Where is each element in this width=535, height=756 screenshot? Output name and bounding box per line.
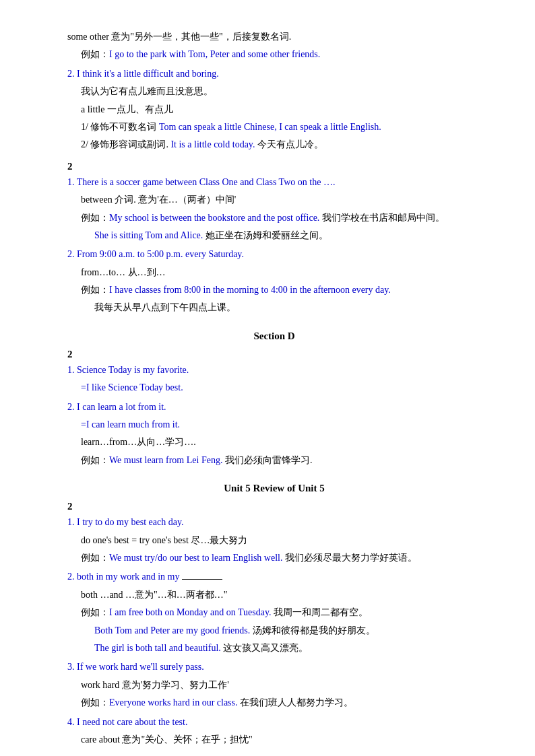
unit5-item2-example3: The girl is both tall and beautiful. 这女孩… [94,641,481,656]
unit5-item3-example: 例如：Everyone works hard in our class. 在我们… [81,695,481,710]
block1-line1: some other 意为"另外一些，其他一些"，后接复数名词. [67,30,481,44]
sectiond-item1-line1: =I like Science Today best. [81,380,481,395]
sectiond-item1-heading: 1. Science Today is my favorite. [67,363,481,378]
unit5-item1-heading: 1. I try to do my best each day. [67,515,481,530]
unit5-item3-heading: 3. If we work hard we'll surely pass. [67,660,481,675]
sectiond-item2-line1: =I can learn much from it. [81,417,481,432]
sectiond-heading: 2 [67,349,481,360]
unit5-item2-line1: both …and …意为"…和…两者都…" [81,588,481,603]
block1-example: 例如：I go to the park with Tom, Peter and … [81,47,481,62]
unit5-item2-example1: 例如：I am free both on Monday and on Tuesd… [81,605,481,620]
sectiond-item2-line2: learn…from…从向…学习…. [81,435,481,450]
sectiond-item2-heading: 2. I can learn a lot from it. [67,400,481,415]
section2-item1-example1: 例如：My school is between the bookstore an… [81,211,481,226]
section2-item1-line1: between 介词. 意为'在…（两者）中间' [81,193,481,207]
item2-line2: a little 一点儿、有点儿 [81,102,481,117]
unit5-item1-example: 例如：We must try/do our best to learn Engl… [81,551,481,565]
unit5-item3-line1: work hard 意为'努力学习、努力工作' [81,678,481,693]
section2-item2-line1: from…to… 从…到… [81,265,481,280]
section2-item2-heading: 2. From 9:00 a.m. to 5:00 p.m. every Sat… [67,247,481,262]
section2-heading: 2 [67,161,481,172]
unit5-title: Unit 5 Review of Unit 5 [67,483,481,494]
unit5-item4-line1: care about 意为"关心、关怀；在乎；担忧" [81,732,481,747]
unit5-item2-example2: Both Tom and Peter are my good friends. … [94,623,481,638]
unit5-item2-heading: 2. both in my work and in my [67,570,481,584]
item2-heading: 2. I think it's a little difficult and b… [67,67,481,81]
sectiond-item2-example: 例如：We must learn from Lei Feng. 我们必须向雷锋学… [81,453,481,468]
section2-item2-cn: 我每天从早八点到下午四点上课。 [94,300,481,315]
unit5-heading: 2 [67,501,481,512]
section2-item2-example: 例如：I have classes from 8:00 in the morni… [81,283,481,298]
item2-line1: 我认为它有点儿难而且没意思。 [81,84,481,99]
section2-item1-example2: She is sitting Tom and Alice. 她正坐在汤姆和爱丽丝… [94,228,481,243]
section2-item1-heading: 1. There is a soccer game between Class … [67,175,481,190]
unit5-item4-heading: 4. I need not care about the test. [67,715,481,730]
item2-line4: 2/ 修饰形容词或副词. It is a little cold today. … [81,137,481,152]
item2-line3: 1/ 修饰不可数名词 Tom can speak a little Chines… [81,120,481,135]
section-d-title: Section D [67,331,481,342]
unit5-item1-line1: do one's best = try one's best 尽…最大努力 [81,533,481,548]
